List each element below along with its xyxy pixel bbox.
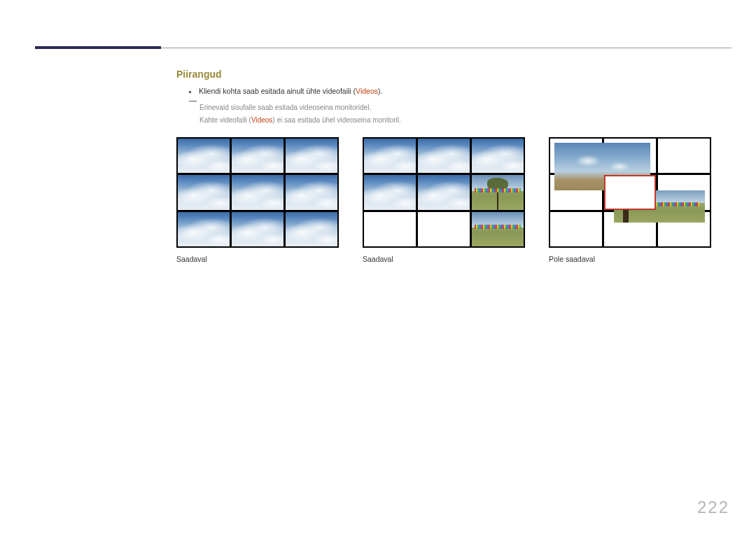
- figure-2-caption: Saadaval: [363, 255, 525, 263]
- grid-cell: [232, 212, 284, 246]
- bullet-item: Kliendi kohta saab esitada ainult ühte v…: [189, 87, 382, 95]
- grid-cell: [418, 139, 470, 173]
- grid-cell: [178, 175, 230, 209]
- note-dash-icon: [189, 101, 197, 101]
- note2-suffix: ) ei saa esitada ühel videoseina monitor…: [272, 116, 400, 124]
- grid-cell: [472, 175, 524, 209]
- grid-cell: [364, 175, 416, 209]
- grid-cell: [286, 139, 337, 173]
- figure-2: Saadaval: [363, 137, 525, 263]
- tree-icon: [497, 191, 499, 210]
- bullet-icon: [189, 91, 191, 93]
- figures-row: Saadaval Saadaval: [176, 137, 711, 263]
- grid-cell: [364, 212, 416, 246]
- note2-prefix: Kahte videofaili (: [200, 116, 251, 124]
- grid-cell-conflict: [604, 175, 656, 209]
- grid-cell: [472, 212, 524, 246]
- figure-3-caption: Pole saadaval: [549, 255, 711, 263]
- grid-cell: [178, 212, 230, 246]
- grid-cell: [286, 212, 337, 246]
- bullet-text-suffix: ).: [378, 87, 382, 95]
- figure-1: Saadaval: [176, 137, 339, 263]
- bullet-text-prefix: Kliendi kohta saab esitada ainult ühte v…: [199, 87, 356, 95]
- grid-cell: [658, 139, 710, 173]
- figure-2-grid: [363, 137, 525, 248]
- grid-cell: [550, 212, 602, 246]
- header-accent-bar: [35, 46, 161, 49]
- grid-cell: [178, 139, 230, 173]
- figure-1-grid: [176, 137, 339, 248]
- grid-cell: [418, 175, 470, 209]
- tree-crown-icon: [487, 178, 508, 190]
- note2-em: Videos: [251, 116, 272, 124]
- figure-1-caption: Saadaval: [176, 255, 339, 263]
- note-line-1: Erinevaid sisufaile saab esitada videose…: [200, 104, 371, 111]
- section-heading: Piirangud: [176, 69, 222, 80]
- grid-cell: [232, 139, 284, 173]
- page-number: 222: [697, 498, 729, 517]
- figure-3: Pole saadaval: [549, 137, 711, 263]
- grid-cell: [286, 175, 337, 209]
- grid-cell: [472, 139, 524, 173]
- figure-3-grid: [549, 137, 711, 248]
- grid-cell: [418, 212, 470, 246]
- note-line-2: Kahte videofaili (Videos) ei saa esitada…: [200, 116, 401, 124]
- grid-cell: [232, 175, 284, 209]
- grid-cell: [364, 139, 416, 173]
- bullet-text-em: Videos: [356, 87, 378, 95]
